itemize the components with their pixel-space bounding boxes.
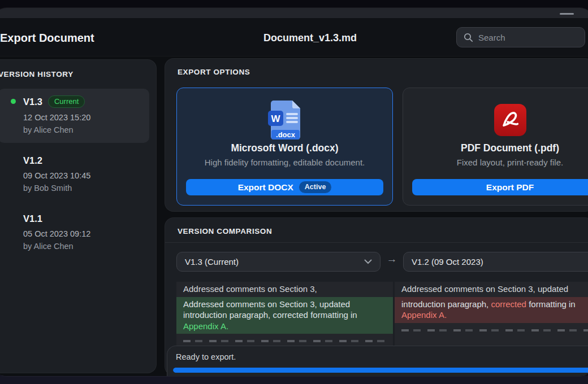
version-author: by Alice Chen [23,124,144,136]
version-author: by Bob Smith [23,182,144,194]
version-label: V1.3 [23,97,42,107]
search-box[interactable] [456,27,585,47]
diff-removed-word: corrected [491,299,526,309]
diff-line-unchanged: Addressed comments on Section 3, [176,282,393,297]
diff-removed-highlight: Appendix A. [401,310,447,320]
compare-right-select[interactable]: V1.2 (09 Oct 2023) [403,252,588,272]
pdf-format-card[interactable]: PDF Document (.pdf) Fixed layout, print-… [403,88,588,206]
export-options-panel: EXPORT OPTIONS W .docx [165,58,588,212]
current-version-dot-icon [11,99,16,104]
version-date: 12 Oct 2023 15:20 [23,111,144,124]
version-date: 05 Oct 2023 09:12 [23,228,144,240]
version-history-title: VERSION HISTORY [0,70,149,78]
version-label: V1.2 [23,155,42,166]
word-docx-file-icon: W .docx [266,98,304,141]
export-docx-button[interactable]: Export DOCX Active [186,179,383,195]
search-icon [464,33,473,42]
divider [165,242,588,243]
version-label: V1.1 [23,213,42,224]
diff-line-unchanged: Addressed comments on Section 3, updated [395,282,588,297]
version-date: 09 Oct 2023 10:45 [23,169,144,182]
minimize-icon[interactable] [560,13,574,15]
export-docx-button-label: Export DOCX [238,182,293,193]
compare-right-value: V1.2 (09 Oct 2023) [412,257,483,267]
screenshot-stage: Export Document Document_v1.3.md VERSION… [0,0,588,384]
pdf-card-description: Fixed layout, print-ready file. [457,158,563,167]
export-options-title: EXPORT OPTIONS [178,68,250,76]
docx-card-title: Microsoft Word (.docx) [231,142,338,154]
diff-removed-pre: introduction paragraph, [401,299,491,309]
status-bar: Ready to export. [167,346,588,376]
word-icon-extension: .docx [276,130,296,139]
clipped-diff-row [176,335,393,343]
adobe-pdf-icon [494,98,526,141]
diff-line-removed: introduction paragraph, corrected format… [395,297,588,323]
page-title: Export Document [0,32,94,45]
export-document-window: Export Document Document_v1.3.md VERSION… [0,8,588,376]
export-progress-bar [173,368,588,373]
docx-format-card[interactable]: W .docx Microsoft Word (.docx) High fide… [176,88,393,206]
document-title: Document_v1.3.md [263,32,357,44]
version-item-v1-3[interactable]: V1.3 Current 12 Oct 2023 15:20 by Alice … [0,89,149,143]
window-title-bar [0,8,588,18]
word-icon-letter: W [271,114,280,124]
docx-card-description: High fidelity formatting, editable docum… [205,158,365,167]
chevron-down-icon [364,259,372,264]
progress-fill [173,368,588,373]
current-badge: Current [48,95,85,108]
compare-left-value: V1.3 (Current) [185,257,239,267]
main-content: VERSION HISTORY V1.3 Current 12 Oct 2023… [0,56,588,376]
version-item-v1-2[interactable]: V1.2 09 Oct 2023 10:45 by Bob Smith [0,149,149,201]
pdf-card-title: PDF Document (.pdf) [461,142,559,154]
version-comparison-title: VERSION COMPARISON [178,227,272,235]
arrow-right-icon: → [384,253,400,265]
clipped-diff-row [395,324,588,333]
diff-added-highlight: Appendix A. [183,321,228,331]
export-pdf-button[interactable]: Export PDF [412,179,588,195]
export-pdf-button-label: Export PDF [486,182,534,193]
status-text: Ready to export. [176,352,236,361]
version-author: by Alice Chen [23,240,144,252]
diff-added-text: Addressed comments on Section 3, updated… [183,299,357,320]
active-badge: Active [299,181,332,193]
desktop-background [0,376,588,384]
diff-line-added: Addressed comments on Section 3, updated… [176,297,393,334]
search-input[interactable] [478,33,578,42]
diff-removed-post: formatting in [526,299,576,309]
compare-left-select[interactable]: V1.3 (Current) [176,252,381,272]
version-item-v1-1[interactable]: V1.1 05 Oct 2023 09:12 by Alice Chen [0,207,149,259]
version-history-panel: VERSION HISTORY V1.3 Current 12 Oct 2023… [0,59,157,373]
header: Export Document Document_v1.3.md [0,18,588,56]
